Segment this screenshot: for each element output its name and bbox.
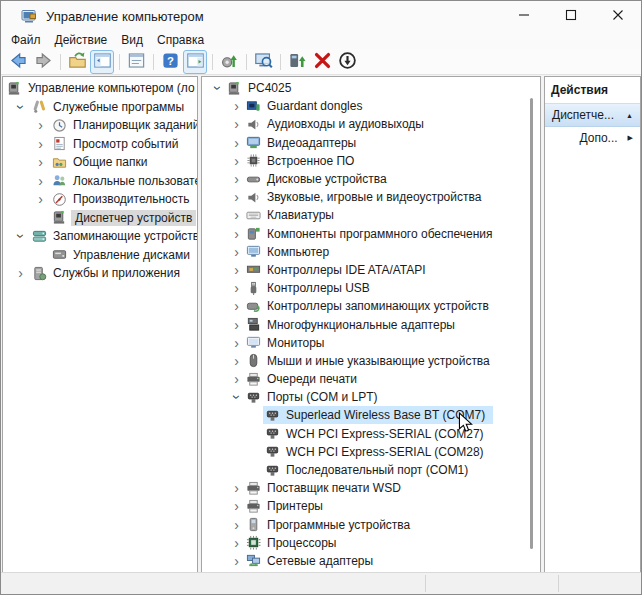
show-action-pane-button[interactable]	[183, 50, 207, 74]
tree-item[interactable]: ›Очереди печати	[202, 370, 540, 388]
forward-button[interactable]	[31, 50, 55, 74]
menu-item[interactable]: Файл	[4, 32, 48, 48]
tree-item[interactable]: ›Клавиатуры	[202, 206, 540, 224]
actions-panel: Действия Диспетче...▲Допо...▶	[544, 76, 641, 573]
tree-item[interactable]: ›Служебные программы	[3, 98, 197, 117]
tree-item[interactable]: ›Сетевые адаптеры	[202, 552, 540, 570]
tree-item-body: Служебные программы	[30, 98, 189, 116]
chevron-down-icon[interactable]: ›	[211, 81, 225, 96]
tree-item[interactable]: ›Запоминающие устройства	[3, 227, 197, 246]
tree-item[interactable]: ›Общие папки	[3, 153, 197, 172]
tree-item[interactable]: ›WCH PCI Express-SERIAL (COM27)	[202, 425, 540, 443]
uninstall-device-button[interactable]	[310, 50, 334, 74]
tree-item[interactable]: ›WCH PCI Express-SERIAL (COM28)	[202, 443, 540, 461]
back-button[interactable]	[6, 50, 30, 74]
tree-item[interactable]: ›Superlead Wireless Base BT (COM7)	[202, 406, 540, 424]
chevron-right-icon[interactable]: ›	[229, 227, 244, 241]
chevron-down-icon[interactable]: ›	[14, 227, 28, 246]
chevron-right-icon[interactable]: ›	[229, 154, 244, 168]
chevron-right-icon[interactable]: ›	[229, 554, 244, 568]
tree-item[interactable]: ›Контроллеры IDE ATA/ATAPI	[202, 261, 540, 279]
chevron-right-icon[interactable]: ›	[229, 372, 244, 386]
minimize-button[interactable]	[500, 1, 547, 31]
ide-controller-icon	[245, 262, 261, 278]
chevron-right-icon[interactable]: ›	[229, 281, 244, 295]
computer-device-icon	[245, 244, 261, 260]
chevron-right-icon[interactable]: ›	[229, 117, 244, 131]
tree-item[interactable]: ›Контроллеры USB	[202, 279, 540, 297]
tree-item-label: Последовательный порт (COM1)	[284, 462, 470, 478]
tree-item[interactable]: ›PC4025	[202, 79, 540, 97]
chevron-right-icon[interactable]: ›	[229, 190, 244, 204]
vertical-scrollbar-thumb[interactable]	[530, 98, 533, 549]
action-group[interactable]: Допо...▶	[545, 127, 640, 149]
tree-item-label: Клавиатуры	[265, 207, 336, 223]
enable-device-button[interactable]	[285, 50, 309, 74]
tree-item[interactable]: ›Guardant dongles	[202, 97, 540, 115]
chevron-right-icon[interactable]: ›	[229, 318, 244, 332]
tree-item[interactable]: ›Компьютер	[202, 243, 540, 261]
help-button[interactable]: ?	[158, 50, 182, 74]
chevron-right-icon[interactable]: ›	[11, 266, 30, 280]
tree-item[interactable]: ›Порты (COM и LPT)	[202, 388, 540, 406]
scan-hardware-changes-button[interactable]	[251, 50, 275, 74]
tree-item[interactable]: ›Аудиовходы и аудиовыходы	[202, 115, 540, 133]
tree-item[interactable]: ›Диспетчер устройств	[3, 209, 197, 228]
chevron-right-icon[interactable]: ›	[229, 354, 244, 368]
properties-button[interactable]	[124, 50, 148, 74]
show-console-tree-button[interactable]	[90, 50, 114, 74]
chevron-right-icon[interactable]: ›	[229, 136, 244, 150]
tree-item[interactable]: ›Компоненты программного обеспечения	[202, 225, 540, 243]
tree-item[interactable]: ›Звуковые, игровые и видеоустройства	[202, 188, 540, 206]
tree-item[interactable]: ›Последовательный порт (COM1)	[202, 461, 540, 479]
tree-item[interactable]: ›Многофункциональные адаптеры	[202, 315, 540, 333]
maximize-button[interactable]	[547, 1, 594, 31]
chevron-right-icon[interactable]: ›	[229, 172, 244, 186]
chevron-right-icon[interactable]: ›	[31, 155, 50, 169]
tree-item[interactable]: ›Видеоадаптеры	[202, 134, 540, 152]
chevron-right-icon[interactable]: ›	[229, 499, 244, 513]
tree-item[interactable]: ›Принтеры	[202, 497, 540, 515]
tree-item[interactable]: ›Локальные пользовател	[3, 172, 197, 191]
update-driver-button[interactable]	[217, 50, 241, 74]
tree-item[interactable]: ›Планировщик заданий	[3, 116, 197, 135]
chevron-right-icon[interactable]: ›	[229, 263, 244, 277]
chevron-right-icon[interactable]: ›	[31, 137, 50, 151]
chevron-down-icon[interactable]: ›	[14, 97, 28, 116]
chevron-right-icon[interactable]: ›	[229, 208, 244, 222]
tree-item[interactable]: ›Дисковые устройства	[202, 170, 540, 188]
tree-item[interactable]: ›Мониторы	[202, 334, 540, 352]
menu-item[interactable]: Вид	[114, 32, 150, 48]
tree-item[interactable]: ›Поставщик печати WSD	[202, 479, 540, 497]
tree-item[interactable]: ›Службы и приложения	[3, 264, 197, 283]
action-group[interactable]: Диспетче...▲	[545, 104, 640, 127]
chevron-right-icon[interactable]: ›	[31, 174, 50, 188]
chevron-right-icon[interactable]: ›	[229, 536, 244, 550]
close-button[interactable]	[594, 1, 641, 31]
expand-arrow-icon[interactable]: ▶	[628, 134, 633, 142]
tree-item[interactable]: ›Управление дисками	[3, 246, 197, 265]
tree-item[interactable]: ›Просмотр событий	[3, 135, 197, 154]
chevron-right-icon[interactable]: ›	[229, 99, 244, 113]
menu-item[interactable]: Справка	[150, 32, 211, 48]
chevron-right-icon[interactable]: ›	[229, 336, 244, 350]
menu-item[interactable]: Действие	[48, 32, 115, 48]
chevron-right-icon[interactable]: ›	[229, 299, 244, 313]
services-icon	[31, 265, 47, 281]
chevron-right-icon[interactable]: ›	[31, 192, 50, 206]
chevron-right-icon[interactable]: ›	[229, 245, 244, 259]
chevron-right-icon[interactable]: ›	[31, 118, 50, 132]
chevron-right-icon[interactable]: ›	[229, 518, 244, 532]
export-list-button[interactable]	[65, 50, 89, 74]
tree-item[interactable]: ›Программные устройства	[202, 516, 540, 534]
chevron-down-icon[interactable]: ›	[230, 390, 244, 405]
collapse-arrow-icon[interactable]: ▲	[626, 112, 633, 119]
tree-item[interactable]: Управление компьютером (ло	[3, 79, 197, 98]
tree-item[interactable]: ›Процессоры	[202, 534, 540, 552]
disable-device-button[interactable]	[335, 50, 359, 74]
tree-item[interactable]: ›Контроллеры запоминающих устройств	[202, 297, 540, 315]
tree-item[interactable]: ›Встроенное ПО	[202, 152, 540, 170]
tree-item[interactable]: ›Мыши и иные указывающие устройства	[202, 352, 540, 370]
tree-item[interactable]: ›Производительность	[3, 190, 197, 209]
chevron-right-icon[interactable]: ›	[229, 481, 244, 495]
